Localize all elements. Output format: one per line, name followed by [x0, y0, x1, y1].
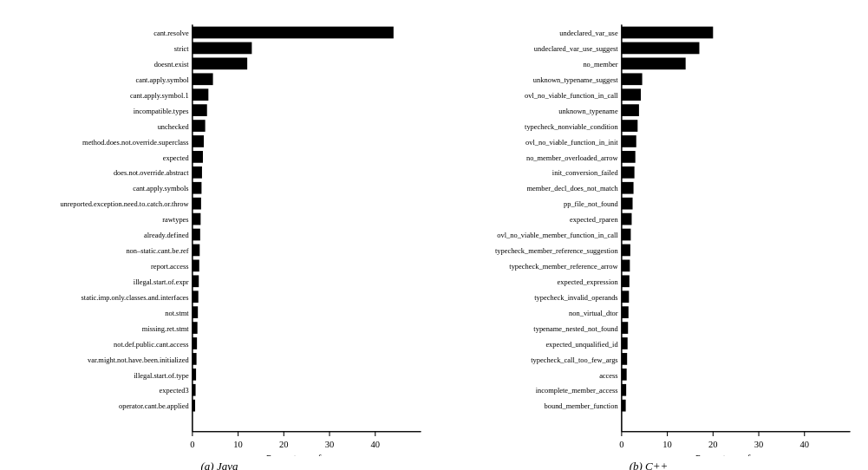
- cpp-chart-panel: 0 10 20 30 40 Percentage of errors undec…: [439, 14, 859, 456]
- svg-text:doesnt.exist: doesnt.exist: [153, 60, 189, 69]
- svg-text:already.defined: already.defined: [144, 231, 189, 239]
- svg-text:typecheck_call_too_few_args: typecheck_call_too_few_args: [531, 356, 617, 364]
- svg-text:operator.cant.be.applied: operator.cant.be.applied: [118, 401, 188, 410]
- svg-text:expected3: expected3: [159, 386, 188, 395]
- svg-text:cant.resolve: cant.resolve: [153, 29, 189, 37]
- svg-text:access: access: [599, 371, 618, 380]
- java-bar-15: [192, 260, 199, 272]
- svg-text:static.imp.only.classes.and.in: static.imp.only.classes.and.interfaces: [81, 293, 188, 302]
- svg-text:undeclared_var_use: undeclared_var_use: [559, 29, 618, 37]
- svg-text:10: 10: [233, 440, 243, 449]
- cpp-bar-10: [621, 182, 633, 194]
- svg-text:non_virtual_dtor: non_virtual_dtor: [569, 309, 618, 317]
- cpp-bar-15: [621, 260, 629, 272]
- svg-text:missing.ret.stmt: missing.ret.stmt: [141, 324, 188, 333]
- java-bar-22: [192, 369, 195, 381]
- svg-text:cant.apply.symbol: cant.apply.symbol: [135, 75, 189, 84]
- svg-text:40: 40: [799, 440, 809, 449]
- cpp-bar-6: [621, 120, 636, 132]
- svg-text:Percentage of errors: Percentage of errors: [695, 454, 777, 457]
- cpp-bar-16: [621, 275, 629, 287]
- cpp-bar-2: [621, 57, 685, 69]
- svg-text:expected: expected: [162, 153, 189, 162]
- java-bar-9: [192, 166, 201, 179]
- svg-text:expected_expression: expected_expression: [557, 277, 618, 286]
- svg-text:typecheck_nonviable_condition: typecheck_nonviable_condition: [525, 122, 618, 131]
- cpp-bar-5: [621, 104, 638, 116]
- svg-text:40: 40: [370, 440, 380, 449]
- svg-text:30: 30: [324, 440, 334, 449]
- java-bar-23: [192, 384, 195, 396]
- cpp-bar-24: [621, 400, 625, 412]
- cpp-bar-0: [621, 27, 712, 39]
- cpp-bar-18: [621, 306, 628, 318]
- svg-text:illegal.start.of.expr: illegal.start.of.expr: [133, 277, 188, 286]
- svg-text:incomplete_member_access: incomplete_member_access: [535, 386, 617, 395]
- svg-text:init_conversion_failed: init_conversion_failed: [551, 169, 618, 178]
- svg-text:expected_unqualified_id: expected_unqualified_id: [545, 340, 618, 349]
- svg-text:cant.apply.symbol.1: cant.apply.symbol.1: [130, 91, 189, 100]
- svg-text:strict: strict: [173, 44, 188, 53]
- java-bar-19: [192, 322, 197, 334]
- cpp-bar-14: [621, 245, 630, 257]
- svg-text:no_member_overloaded_arrow: no_member_overloaded_arrow: [525, 153, 618, 162]
- cpp-chart-area: 0 10 20 30 40 Percentage of errors undec…: [439, 14, 859, 456]
- svg-text:0: 0: [619, 440, 623, 449]
- java-bar-1: [192, 42, 251, 55]
- svg-text:member_decl_does_not_match: member_decl_does_not_match: [526, 184, 618, 193]
- svg-text:undeclared_var_use_suggest: undeclared_var_use_suggest: [533, 44, 617, 53]
- java-bar-18: [192, 306, 197, 318]
- java-bar-3: [192, 73, 212, 85]
- java-bar-21: [192, 353, 196, 365]
- svg-text:incompatible.types: incompatible.types: [133, 107, 188, 115]
- svg-text:10: 10: [662, 440, 672, 449]
- svg-text:Percentage of errors: Percentage of errors: [266, 454, 348, 457]
- cpp-bar-19: [621, 322, 627, 334]
- cpp-caption: (b) C++: [630, 460, 669, 470]
- svg-text:method.does.not.override.super: method.does.not.override.superclass: [82, 138, 189, 147]
- java-bar-2: [192, 57, 246, 69]
- svg-text:unknown_typename: unknown_typename: [558, 107, 618, 115]
- svg-text:not.def.public.cant.access: not.def.public.cant.access: [114, 340, 189, 349]
- cpp-bar-23: [621, 384, 625, 396]
- cpp-bar-8: [621, 151, 635, 163]
- cpp-bar-13: [621, 229, 630, 241]
- java-bar-11: [192, 198, 200, 210]
- svg-text:illegal.start.of.type: illegal.start.of.type: [134, 371, 189, 380]
- svg-text:typename_nested_not_found: typename_nested_not_found: [533, 324, 618, 333]
- svg-text:unreported.exception.need.to.c: unreported.exception.need.to.catch.or.th…: [60, 199, 189, 208]
- svg-text:rawtypes: rawtypes: [162, 215, 188, 224]
- svg-text:typecheck_member_reference_arr: typecheck_member_reference_arrow: [509, 262, 618, 271]
- java-chart-area: 0 10 20 30 40 Percentage of errors: [10, 14, 430, 456]
- java-bar-12: [192, 213, 199, 225]
- java-bar-8: [192, 151, 202, 163]
- svg-text:unknown_typename_suggest: unknown_typename_suggest: [532, 75, 617, 84]
- svg-text:unchecked: unchecked: [157, 122, 189, 131]
- cpp-svg: 0 10 20 30 40 Percentage of errors undec…: [439, 14, 859, 456]
- svg-text:pp_file_not_found: pp_file_not_found: [563, 199, 617, 208]
- java-bar-16: [192, 275, 198, 287]
- cpp-bar-3: [621, 73, 642, 85]
- svg-text:20: 20: [708, 440, 718, 449]
- java-svg: 0 10 20 30 40 Percentage of errors: [10, 14, 430, 456]
- svg-text:cant.apply.symbols: cant.apply.symbols: [133, 184, 188, 193]
- java-bar-5: [192, 104, 206, 116]
- svg-text:ovl_no_viable_function_in_init: ovl_no_viable_function_in_init: [525, 138, 617, 147]
- java-chart-panel: 0 10 20 30 40 Percentage of errors: [10, 14, 430, 456]
- svg-text:does.not.override.abstract: does.not.override.abstract: [113, 169, 188, 178]
- svg-text:typecheck_member_reference_sug: typecheck_member_reference_suggestion: [494, 246, 617, 255]
- java-bar-17: [192, 290, 198, 303]
- cpp-bar-9: [621, 166, 634, 179]
- svg-text:var.might.not.have.been.initia: var.might.not.have.been.initialized: [87, 356, 188, 364]
- svg-text:not.stmt: not.stmt: [165, 309, 189, 317]
- cpp-bar-7: [621, 135, 636, 147]
- svg-text:30: 30: [754, 440, 763, 449]
- svg-text:report.access: report.access: [150, 262, 188, 271]
- java-bar-6: [192, 120, 205, 132]
- cpp-bar-17: [621, 290, 628, 303]
- java-caption: (a) Java: [201, 460, 238, 470]
- cpp-bar-22: [621, 369, 626, 381]
- cpp-bar-1: [621, 42, 699, 55]
- cpp-bar-4: [621, 88, 640, 101]
- java-bar-4: [192, 88, 207, 101]
